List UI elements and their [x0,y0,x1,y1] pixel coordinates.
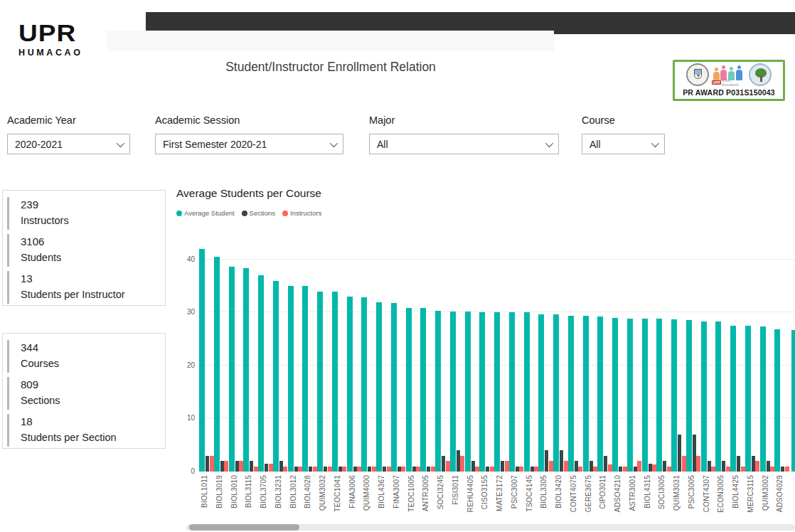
bar-instructors[interactable] [490,467,494,472]
bar-sections[interactable] [663,461,666,472]
bar-instructors[interactable] [298,467,302,472]
bar-sections[interactable] [560,450,563,472]
bar-average-student[interactable] [597,316,603,472]
bar-instructors[interactable] [505,461,509,472]
bar-average-student[interactable] [214,257,220,472]
bar-average-student[interactable] [730,326,736,472]
bar-sections[interactable] [545,450,548,472]
bar-instructors[interactable] [549,461,553,472]
chart-horizontal-scrollbar[interactable] [186,524,795,531]
bar-sections[interactable] [398,467,401,472]
course-dropdown[interactable]: All [582,134,665,154]
bar-average-student[interactable] [553,314,559,472]
bar-average-student[interactable] [361,297,367,472]
bar-instructors[interactable] [770,467,774,472]
bar-average-student[interactable] [288,286,294,472]
bar-average-student[interactable] [317,292,323,472]
bar-average-student[interactable] [435,311,441,472]
bar-average-student[interactable] [701,321,707,472]
bar-instructors[interactable] [224,461,228,472]
bar-instructors[interactable] [623,467,627,472]
bar-instructors[interactable] [254,467,258,472]
bar-average-student[interactable] [376,302,382,472]
bar-sections[interactable] [575,461,578,472]
bar-instructors[interactable] [519,467,523,472]
bar-sections[interactable] [752,456,755,472]
bar-average-student[interactable] [479,312,485,472]
bar-sections[interactable] [604,456,607,472]
bar-average-student[interactable] [243,268,249,472]
bar-instructors[interactable] [269,464,273,472]
bar-average-student[interactable] [612,318,618,472]
bar-instructors[interactable] [431,467,435,472]
bar-sections[interactable] [501,461,504,472]
bar-sections[interactable] [265,464,268,472]
bar-average-student[interactable] [258,275,264,472]
bar-sections[interactable] [619,467,622,472]
bar-sections[interactable] [412,467,416,472]
bar-instructors[interactable] [785,467,789,472]
bar-instructors[interactable] [357,467,361,472]
bar-sections[interactable] [737,456,740,472]
bar-average-student[interactable] [568,316,574,472]
bar-average-student[interactable] [656,319,662,472]
bar-instructors[interactable] [696,456,700,472]
bar-instructors[interactable] [342,467,346,472]
bar-instructors[interactable] [372,467,376,472]
bar-average-student[interactable] [302,286,308,472]
bar-instructors[interactable] [755,461,759,472]
bar-instructors[interactable] [682,456,686,472]
bar-sections[interactable] [649,464,652,472]
bar-sections[interactable] [309,467,312,472]
bar-average-student[interactable] [420,308,426,472]
bar-average-student[interactable] [760,326,766,472]
bar-instructors[interactable] [711,467,715,472]
bar-instructors[interactable] [667,467,671,472]
bar-instructors[interactable] [741,467,745,472]
bar-instructors[interactable] [446,461,450,472]
bar-sections[interactable] [279,461,283,472]
bar-instructors[interactable] [416,467,420,472]
bar-instructors[interactable] [460,456,464,472]
bar-average-student[interactable] [642,319,648,472]
bar-instructors[interactable] [578,467,582,472]
bar-average-student[interactable] [347,297,353,472]
bar-average-student[interactable] [524,312,530,472]
bar-sections[interactable] [693,435,696,472]
bar-instructors[interactable] [313,467,317,472]
bar-sections[interactable] [294,467,298,472]
bar-instructors[interactable] [387,467,391,472]
bar-instructors[interactable] [608,464,612,472]
bar-sections[interactable] [427,467,430,472]
bar-instructors[interactable] [637,461,641,472]
bar-sections[interactable] [634,467,637,472]
bar-average-student[interactable] [465,312,471,472]
bar-instructors[interactable] [328,467,332,472]
bar-average-student[interactable] [715,321,721,472]
bar-average-student[interactable] [583,316,589,472]
bar-instructors[interactable] [283,467,287,472]
bar-sections[interactable] [235,461,239,472]
major-dropdown[interactable]: All [369,134,559,154]
legend-item-average-student[interactable]: Average Student [176,209,235,217]
bar-average-student[interactable] [745,326,751,472]
bar-average-student[interactable] [273,281,279,472]
bar-instructors[interactable] [534,467,538,472]
bar-average-student[interactable] [509,312,515,472]
bar-instructors[interactable] [726,467,730,472]
bar-sections[interactable] [324,467,327,472]
bar-sections[interactable] [442,456,445,472]
bar-instructors[interactable] [401,467,405,472]
bar-average-student[interactable] [774,329,780,472]
bar-sections[interactable] [486,467,489,472]
bar-sections[interactable] [353,467,357,472]
bar-sections[interactable] [781,467,784,472]
bar-sections[interactable] [383,467,386,472]
bar-average-student[interactable] [627,319,633,472]
academic-year-dropdown[interactable]: 2020-2021 [7,134,130,154]
bar-sections[interactable] [722,461,725,472]
bar-sections[interactable] [368,467,371,472]
bar-sections[interactable] [220,461,224,472]
bar-sections[interactable] [338,467,342,472]
bar-sections[interactable] [530,467,534,472]
